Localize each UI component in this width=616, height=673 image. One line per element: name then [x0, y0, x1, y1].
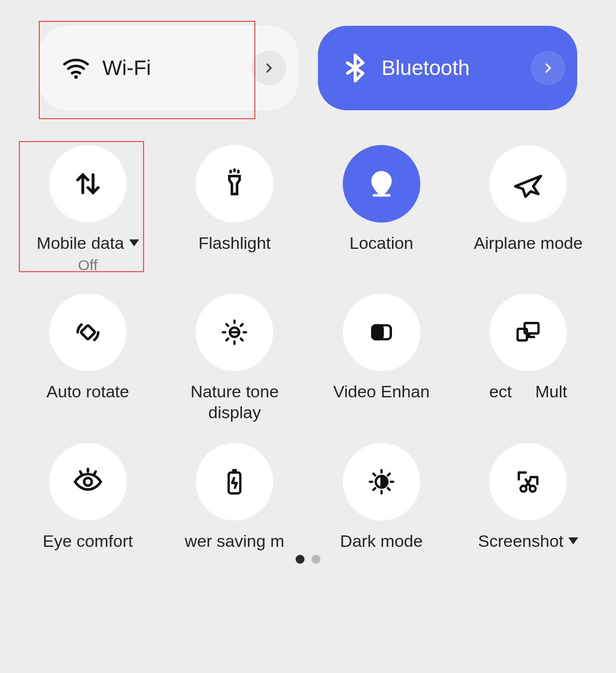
tile-screenshot[interactable]: Screenshot — [458, 443, 600, 552]
auto-rotate-button[interactable] — [49, 294, 127, 371]
bluetooth-toggle-pill[interactable]: Bluetooth — [318, 26, 577, 110]
location-pin-icon — [366, 168, 397, 199]
half-sun-icon — [368, 468, 395, 496]
tile-airplane[interactable]: Airplane mode — [458, 145, 600, 274]
dark-mode-button[interactable] — [343, 443, 420, 521]
eye-comfort-button[interactable] — [49, 443, 127, 521]
devices-icon — [514, 318, 542, 346]
tile-dark-mode[interactable]: Dark mode — [310, 443, 453, 552]
tile-label: Screenshot — [478, 530, 578, 552]
tile-label: Dark mode — [340, 530, 423, 552]
sun-lines-icon — [221, 318, 248, 346]
svg-point-1 — [378, 178, 385, 184]
crop-scissors-icon — [514, 468, 542, 496]
bluetooth-label: Bluetooth — [382, 56, 531, 80]
bluetooth-expand-button[interactable] — [531, 51, 565, 85]
battery-bolt-icon — [221, 468, 248, 496]
top-toggle-row: Wi-Fi Bluetooth — [0, 0, 616, 130]
tile-label: Eye comfort — [43, 530, 133, 552]
data-arrows-icon — [73, 168, 103, 199]
tile-power-saving[interactable]: wer saving m — [164, 443, 306, 552]
page-dot-2[interactable] — [311, 555, 320, 564]
svg-rect-2 — [80, 325, 95, 339]
bluetooth-icon — [338, 53, 373, 83]
airplane-button[interactable] — [489, 145, 567, 223]
tile-auto-rotate[interactable]: Auto rotate — [17, 294, 159, 423]
nature-tone-button[interactable] — [196, 294, 273, 371]
tile-location[interactable]: Location — [310, 145, 453, 274]
screenshot-button[interactable] — [489, 443, 567, 521]
flashlight-icon — [219, 168, 250, 199]
tile-label: Mobile data — [37, 232, 139, 254]
wifi-label: Wi-Fi — [102, 56, 251, 80]
tile-label: Video Enhan — [333, 381, 430, 402]
tile-flashlight[interactable]: Flashlight — [164, 145, 306, 274]
tile-label: Airplane mode — [474, 232, 583, 254]
tile-nature-tone[interactable]: Nature tone display — [164, 294, 306, 423]
chevron-right-icon — [262, 62, 275, 75]
half-rect-icon — [368, 318, 395, 346]
tile-label: Location — [349, 232, 413, 254]
rotate-icon — [73, 317, 103, 348]
svg-point-8 — [84, 478, 92, 486]
page-indicator — [0, 555, 616, 564]
quick-settings-grid: Mobile data Off Flashlight Location A — [0, 130, 616, 561]
location-button[interactable] — [343, 145, 420, 223]
svg-rect-5 — [372, 325, 383, 339]
tile-label: Nature tone display — [175, 381, 294, 423]
video-enhance-button[interactable] — [343, 294, 420, 371]
wifi-expand-button[interactable] — [251, 51, 286, 85]
tile-label: Flashlight — [198, 232, 271, 254]
svg-point-0 — [74, 75, 77, 78]
tile-sublabel: Off — [78, 257, 97, 274]
flashlight-button[interactable] — [196, 145, 273, 223]
wifi-toggle-pill[interactable]: Wi-Fi — [39, 26, 298, 110]
tile-label: ect Mult — [489, 381, 567, 402]
tile-eye-comfort[interactable]: Eye comfort — [17, 443, 159, 552]
airplane-icon — [513, 168, 543, 199]
multi-button[interactable] — [489, 294, 567, 371]
eye-icon — [73, 466, 103, 497]
tile-multi[interactable]: ect Mult — [458, 294, 600, 423]
tile-label: wer saving m — [185, 530, 284, 552]
power-saving-button[interactable] — [196, 443, 273, 521]
page-dot-1[interactable] — [296, 555, 305, 564]
tile-label: Auto rotate — [47, 381, 129, 402]
tile-video-enhance[interactable]: Video Enhan — [310, 294, 453, 423]
mobile-data-button[interactable] — [49, 145, 127, 223]
chevron-right-icon — [541, 62, 554, 75]
tile-mobile-data[interactable]: Mobile data Off — [17, 145, 159, 274]
wifi-icon — [59, 53, 93, 83]
